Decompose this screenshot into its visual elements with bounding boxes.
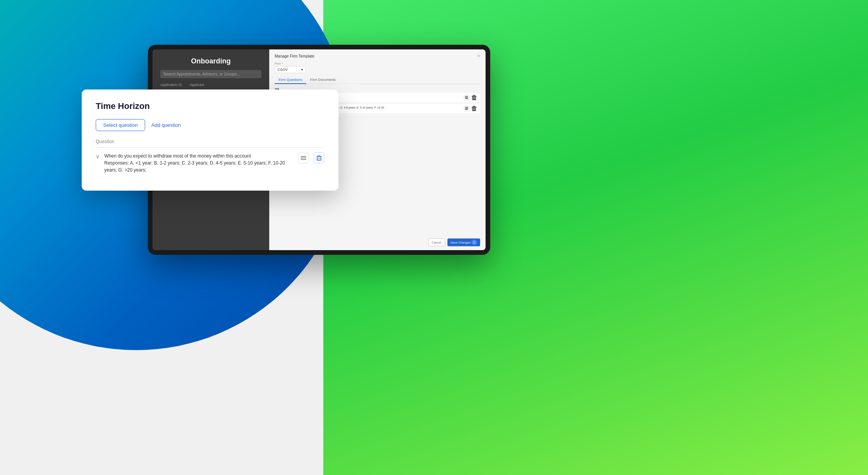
trash-icon xyxy=(317,155,321,161)
firm-tabs: Firm Questions Firm Documents xyxy=(275,76,480,84)
question-main-text: When do you expect to withdraw most of t… xyxy=(104,153,251,159)
question-2-menu-icon[interactable]: ≡ xyxy=(464,106,469,111)
question-responses-text: Responses: A. <1 year; B. 1-2 years; C. … xyxy=(104,160,285,173)
question-column-label: Question xyxy=(96,139,324,144)
app-table-header: Application ID Applicant xyxy=(160,83,261,87)
question-item-row: ∨ When do you expect to withdraw most of… xyxy=(96,152,324,174)
manage-firm-close[interactable]: × xyxy=(477,53,480,59)
tab-firm-questions[interactable]: Firm Questions xyxy=(275,76,306,84)
question-1-delete-icon[interactable]: 🗑 xyxy=(472,95,477,100)
cancel-button-small[interactable]: Cancel xyxy=(428,238,445,246)
question-1-menu-icon[interactable]: ≡ xyxy=(464,95,469,100)
app-col-applicant: Applicant xyxy=(190,83,204,87)
app-search: Search Appointments, Advisors, or Groups… xyxy=(160,70,261,78)
save-changes-button-small[interactable]: Save Changes 0 xyxy=(447,238,480,246)
firm-select[interactable]: CGOV ▾ xyxy=(275,66,306,73)
manage-firm-modal-header: Manage Firm Template × xyxy=(275,53,480,59)
footer-buttons: Cancel Save Changes 0 xyxy=(275,238,480,246)
question-item-text: When do you expect to withdraw most of t… xyxy=(104,152,293,174)
chevron-down-icon: ∨ xyxy=(96,153,100,160)
svg-rect-3 xyxy=(317,156,321,160)
modal-title: Time Horizon xyxy=(96,101,324,111)
question-delete-icon-btn[interactable] xyxy=(314,152,324,163)
firm-select-value: CGOV xyxy=(277,68,288,72)
question-menu-icon-btn[interactable] xyxy=(298,152,309,163)
svg-rect-5 xyxy=(318,155,320,156)
time-horizon-modal: Time Horizon Select question Add questio… xyxy=(82,89,338,191)
tab-firm-documents[interactable]: Firm Documents xyxy=(306,76,340,84)
modal-btn-row: Select question Add question xyxy=(96,119,324,131)
app-title: Onboarding xyxy=(191,57,231,65)
save-changes-label: Save Changes xyxy=(451,241,471,244)
firm-form-label: Firm * xyxy=(275,62,480,65)
app-col-application-id: Application ID xyxy=(160,83,182,87)
hamburger-icon xyxy=(301,156,306,160)
svg-rect-1 xyxy=(301,158,306,158)
svg-rect-2 xyxy=(301,159,306,160)
svg-rect-0 xyxy=(301,156,306,157)
select-question-button[interactable]: Select question xyxy=(96,119,145,131)
save-changes-badge: 0 xyxy=(472,240,477,245)
add-question-button[interactable]: Add question xyxy=(151,119,181,131)
manage-firm-title: Manage Firm Template xyxy=(275,54,314,58)
question-2-delete-icon[interactable]: 🗑 xyxy=(472,106,477,111)
firm-select-chevron: ▾ xyxy=(301,68,303,72)
table-divider xyxy=(96,147,324,148)
